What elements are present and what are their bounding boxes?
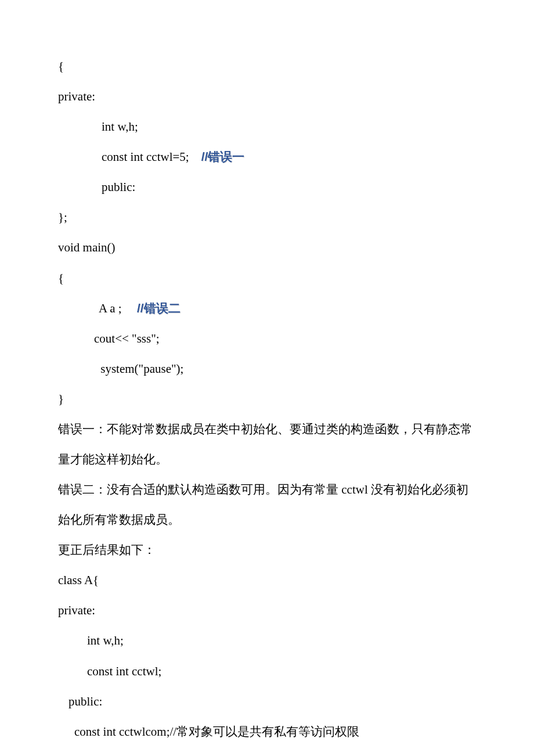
code-text: const int cctwl=5; bbox=[102, 150, 201, 164]
code-line: system("pause"); bbox=[58, 354, 476, 384]
code-line: int w,h; bbox=[58, 111, 476, 142]
error-comment-2: //错误二 bbox=[137, 301, 181, 315]
code-line: A a ; //错误二 bbox=[58, 293, 476, 323]
code-line: } bbox=[58, 384, 476, 414]
code-line: }; bbox=[58, 202, 476, 232]
code-line: int w,h; bbox=[58, 625, 476, 656]
code-line: { bbox=[58, 51, 476, 81]
code-line: private: bbox=[58, 81, 476, 111]
code-line: private: bbox=[58, 595, 476, 625]
code-line: const int cctwl=5; //错误一 bbox=[58, 142, 476, 172]
code-line: void main() bbox=[58, 232, 476, 262]
document-page: { private: int w,h; const int cctwl=5; /… bbox=[0, 0, 534, 756]
explanation-text: 更正后结果如下： bbox=[58, 535, 476, 565]
code-line: { bbox=[58, 263, 476, 293]
explanation-text: 错误一：不能对常数据成员在类中初始化、要通过类的构造函数，只有静态常量才能这样初… bbox=[58, 414, 476, 474]
code-line: class A{ bbox=[58, 565, 476, 595]
code-line: const int cctwlcom;//常对象可以是共有私有等访问权限 bbox=[58, 717, 476, 747]
code-line: const int cctwl; bbox=[58, 656, 476, 686]
code-text: A a ; bbox=[99, 301, 137, 315]
code-line: public: bbox=[58, 172, 476, 202]
error-comment-1: //错误一 bbox=[201, 150, 245, 163]
explanation-text: 错误二：没有合适的默认构造函数可用。因为有常量 cctwl 没有初始化必须初始化… bbox=[58, 474, 476, 535]
code-line: cout<< "sss"; bbox=[58, 323, 476, 354]
code-line: public: bbox=[58, 686, 476, 717]
